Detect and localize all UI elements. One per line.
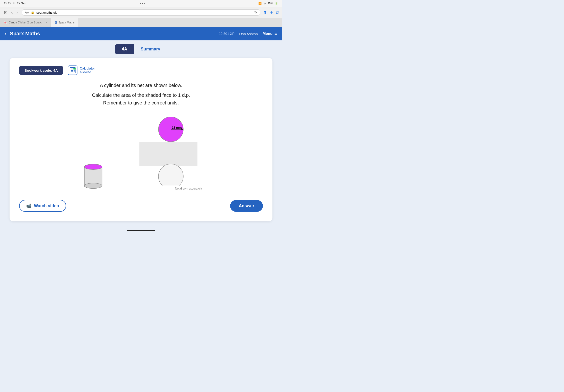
svg-point-11 — [84, 183, 102, 188]
new-tab-icon[interactable]: + — [270, 10, 273, 15]
candy-tab-icon: 🍬 — [3, 21, 7, 24]
content-card: Bookwork code: 4A — [10, 58, 273, 221]
tab-switcher: 4A Summary — [6, 44, 276, 54]
watch-video-label: Watch video — [34, 203, 59, 209]
battery-label: 75% — [268, 2, 273, 5]
svg-rect-5 — [71, 71, 72, 72]
svg-rect-6 — [72, 71, 73, 72]
wifi-icon: 📶 — [258, 2, 262, 5]
svg-rect-4 — [74, 70, 75, 71]
nav-bar: ‹ Sparx Maths 12,501 XP Dan Ashton Menu … — [0, 27, 282, 40]
not-accurate-label: Not drawn accurately — [175, 187, 202, 190]
battery-icon: 🔋 — [275, 2, 278, 5]
browser-chrome: ⊡ ‹ › AA 🔒 sparxmaths.uk ↻ ⬆ + ⧉ 🍬 Candy… — [0, 7, 282, 27]
home-indicator — [127, 230, 155, 231]
menu-label: Menu — [263, 31, 273, 36]
menu-button[interactable]: Menu ≡ — [263, 31, 277, 37]
svg-point-19 — [158, 164, 183, 185]
bookwork-row: Bookwork code: 4A — [19, 66, 263, 75]
sparx-tab-label: Sparx Maths — [58, 21, 75, 24]
bottom-row: 📹 Watch video Answer — [19, 200, 263, 212]
svg-rect-10 — [84, 167, 102, 186]
sparx-logo: Sparx Maths — [10, 31, 40, 37]
back-button[interactable]: ‹ — [10, 9, 14, 16]
video-icon: 📹 — [26, 203, 31, 209]
sidebar-toggle-icon[interactable]: ⊡ — [3, 9, 8, 16]
diagram-area: 13 mm Not drawn accurately — [19, 114, 263, 195]
svg-text:13 mm: 13 mm — [172, 126, 182, 129]
tab-candy[interactable]: 🍬 Candy Clicker 2 on Scratch ✕ — [0, 18, 51, 27]
watch-video-button[interactable]: 📹 Watch video — [19, 200, 66, 212]
user-name: Dan Ashton — [239, 32, 258, 36]
main-area: 4A Summary Bookwork code: 4A — [0, 40, 282, 227]
xp-display: 12,501 XP — [219, 32, 234, 36]
svg-rect-18 — [140, 142, 197, 166]
bookwork-code: Bookwork code: 4A — [19, 66, 63, 75]
refresh-icon[interactable]: ↻ — [254, 11, 257, 14]
svg-point-9 — [73, 68, 76, 70]
candy-tab-label: Candy Clicker 2 on Scratch — [9, 21, 43, 24]
calculator-label: Calculatorallowed — [80, 67, 95, 74]
lock-icon: 🔒 — [31, 11, 34, 14]
status-bar: 15:15 Fri 27 Sep • • • 📶 ⊙ 75% 🔋 — [0, 0, 282, 7]
tab-sparx[interactable]: S Sparx Maths — [51, 18, 78, 27]
svg-rect-3 — [72, 70, 73, 71]
share-icon[interactable]: ⬆ — [263, 10, 267, 15]
time: 15:15 — [4, 2, 11, 5]
tabs-icon[interactable]: ⧉ — [276, 10, 279, 15]
question-line2: Calculate the area of the shaded face to… — [19, 91, 263, 107]
hamburger-icon: ≡ — [274, 31, 277, 37]
calculator-icon — [68, 66, 77, 75]
svg-rect-2 — [71, 70, 72, 71]
candy-tab-close[interactable]: ✕ — [46, 21, 48, 24]
forward-button[interactable]: › — [15, 9, 19, 16]
answer-button[interactable]: Answer — [230, 200, 263, 212]
question-line1: A cylinder and its net are shown below. — [19, 82, 263, 89]
url-text: sparxmaths.uk — [36, 11, 57, 14]
svg-point-12 — [84, 164, 102, 169]
calculator-badge: Calculatorallowed — [68, 66, 95, 75]
date: Fri 27 Sep — [13, 2, 26, 5]
nav-back-button[interactable]: ‹ — [5, 31, 6, 37]
url-bar[interactable]: AA 🔒 sparxmaths.uk ↻ — [22, 9, 260, 15]
tab-summary[interactable]: Summary — [134, 44, 167, 54]
cylinder-diagram — [80, 157, 106, 190]
signal-icon: ⊙ — [264, 2, 266, 5]
sparx-tab-icon: S — [55, 21, 57, 24]
tab-4a[interactable]: 4A — [115, 44, 134, 54]
svg-rect-7 — [74, 71, 75, 72]
net-diagram: 13 mm Not drawn accurately — [125, 116, 202, 190]
browser-tabs: 🍬 Candy Clicker 2 on Scratch ✕ S Sparx M… — [0, 18, 282, 27]
text-size-label: AA — [25, 11, 29, 14]
